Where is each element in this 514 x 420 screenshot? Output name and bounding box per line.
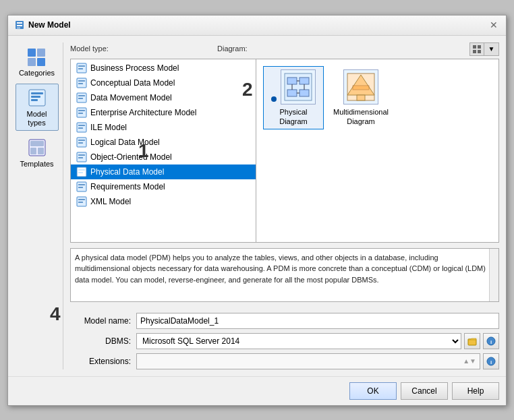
model-item-label-req: Requirements Model	[90, 182, 165, 191]
model-item-xml[interactable]: XML Model	[71, 194, 256, 209]
model-item-label-cdm: Conceptual Data Model	[90, 78, 175, 88]
svg-rect-43	[78, 172, 83, 173]
model-item-bpm[interactable]: Business Process Model	[71, 61, 256, 76]
svg-rect-3	[17, 28, 20, 28]
model-item-label-bpm: Business Process Model	[90, 63, 179, 73]
svg-rect-36	[78, 140, 85, 141]
description-area: A physical data model (PDM) helps you to…	[70, 248, 499, 302]
diagram-item-physical[interactable]: Physical Diagram	[263, 66, 324, 130]
model-item-oom[interactable]: Object-Oriented Model	[71, 150, 256, 164]
description-scrollbar[interactable]	[489, 249, 498, 301]
model-type-list: Business Process ModelConceptual Data Mo…	[71, 59, 256, 242]
model-item-pdm[interactable]: Physical Data Model	[71, 164, 256, 179]
panels-row: 2 1 Business Process ModelConceptual Dat…	[70, 59, 499, 243]
sidebar-item-model-types[interactable]: Model types	[16, 84, 59, 131]
svg-rect-31	[78, 113, 83, 114]
svg-rect-27	[78, 95, 85, 96]
model-item-req[interactable]: Requirements Model	[71, 179, 256, 194]
model-name-label: Model name:	[70, 316, 131, 326]
extensions-row: Extensions: ▲▼ i	[70, 353, 499, 369]
description-text: A physical data model (PDM) helps you to…	[75, 253, 486, 284]
panels-header-row: Model type: Diagram: ▼	[70, 42, 499, 56]
model-item-label-xml: XML Model	[90, 197, 131, 206]
svg-rect-15	[38, 148, 44, 154]
cancel-button[interactable]: Cancel	[401, 382, 448, 400]
folder-icon	[467, 336, 477, 346]
dbms-row: DBMS: Microsoft SQL Server 2014Microsoft…	[70, 333, 499, 349]
svg-text:i: i	[490, 339, 492, 345]
svg-rect-22	[78, 68, 83, 69]
help-button[interactable]: Help	[452, 382, 499, 400]
extensions-label: Extensions:	[70, 357, 131, 366]
sidebar-item-templates[interactable]: Templates	[16, 133, 59, 172]
svg-rect-48	[78, 199, 85, 200]
model-name-row: Model name:	[70, 313, 499, 329]
model-item-label-pdm: Physical Data Model	[90, 167, 164, 177]
close-button[interactable]: ✕	[488, 20, 499, 30]
model-item-dmm[interactable]: Data Movement Model	[71, 90, 256, 105]
grid-view-icon	[472, 44, 482, 54]
info-icon: i	[486, 336, 496, 346]
model-item-cdm[interactable]: Conceptual Data Model	[71, 76, 256, 90]
svg-rect-16	[473, 45, 476, 49]
model-types-label: Model types	[18, 110, 57, 127]
dbms-controls: Microsoft SQL Server 2014Microsoft SQL S…	[136, 333, 499, 349]
title-bar: New Model ✕	[8, 16, 506, 36]
svg-rect-39	[78, 154, 85, 156]
model-item-icon-bpm	[76, 63, 87, 73]
diagram-icon-multidim	[343, 69, 378, 104]
model-item-icon-eam	[76, 107, 87, 118]
extensions-input: ▲▼	[136, 353, 480, 369]
svg-rect-49	[78, 202, 83, 203]
svg-rect-6	[28, 58, 36, 66]
dialog-icon	[15, 20, 24, 30]
svg-rect-28	[78, 98, 83, 99]
dbms-info-button[interactable]: i	[483, 333, 499, 349]
model-item-im[interactable]: ILE Model	[71, 120, 256, 135]
model-name-input[interactable]	[136, 313, 499, 329]
svg-rect-61	[357, 95, 365, 100]
model-item-icon-im	[76, 122, 87, 133]
svg-rect-42	[78, 169, 85, 171]
svg-rect-1	[17, 22, 22, 24]
svg-rect-21	[78, 65, 85, 67]
view-dropdown-button[interactable]: ▼	[484, 42, 499, 56]
extensions-info-button[interactable]: i	[483, 353, 499, 369]
dbms-select[interactable]: Microsoft SQL Server 2014Microsoft SQL S…	[136, 333, 461, 349]
svg-rect-53	[287, 90, 297, 96]
model-item-label-im: ILE Model	[90, 123, 127, 132]
categories-label: Categories	[19, 69, 55, 78]
svg-rect-14	[30, 148, 36, 154]
svg-rect-52	[299, 78, 309, 84]
new-model-dialog: New Model ✕ Categories	[7, 15, 507, 406]
extensions-info-icon: i	[486, 357, 496, 366]
model-type-header: Model type:	[70, 44, 217, 54]
view-toggle-button[interactable]	[469, 42, 484, 56]
dbms-label: DBMS:	[70, 336, 131, 346]
model-item-ldm[interactable]: Logical Data Model	[71, 135, 256, 150]
svg-rect-5	[37, 49, 45, 57]
diagram-header: Diagram:	[217, 44, 467, 54]
svg-rect-37	[78, 142, 83, 144]
annotation-4: 4	[50, 303, 61, 325]
svg-rect-40	[78, 157, 83, 158]
model-type-panel: 1 Business Process ModelConceptual Data …	[70, 59, 256, 243]
svg-rect-9	[31, 92, 43, 94]
sidebar-item-categories[interactable]: Categories	[16, 42, 59, 81]
model-item-icon-ldm	[76, 137, 87, 148]
dbms-file-button[interactable]	[464, 333, 480, 349]
dialog-body: Categories Model types	[8, 36, 506, 376]
model-item-eam[interactable]: Enterprise Architecture Model	[71, 105, 256, 120]
svg-rect-10	[31, 96, 40, 98]
svg-rect-33	[78, 125, 85, 126]
model-item-icon-oom	[76, 152, 87, 162]
svg-rect-24	[78, 80, 85, 82]
diagram-label-multidim: Multidimensional Diagram	[333, 107, 389, 127]
diagram-area: Physical Diagram Multidimensional Diagra…	[256, 59, 498, 242]
svg-rect-19	[478, 50, 481, 53]
svg-rect-7	[37, 58, 45, 66]
ok-button[interactable]: OK	[349, 382, 397, 400]
diagram-item-multidim[interactable]: Multidimensional Diagram	[331, 66, 391, 130]
svg-rect-34	[78, 127, 83, 129]
model-item-label-ldm: Logical Data Model	[90, 138, 160, 147]
